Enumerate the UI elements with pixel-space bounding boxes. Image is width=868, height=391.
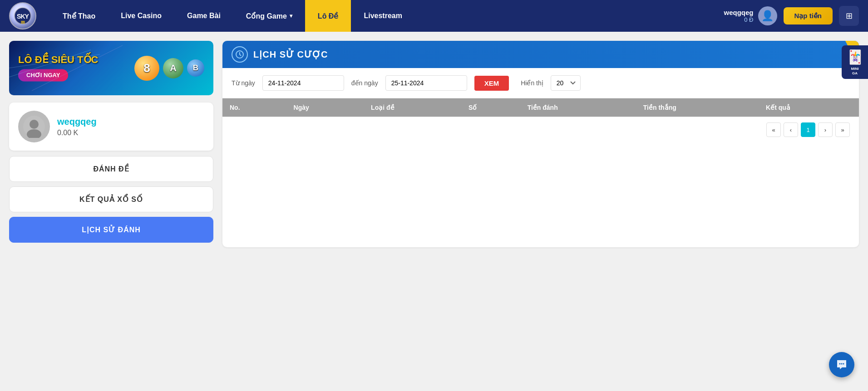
pagination: « ‹ 1 › »	[222, 117, 859, 142]
nav-item-the-thao[interactable]: Thể Thao	[50, 0, 108, 32]
avatar-big	[18, 111, 50, 142]
tu-ngay-label: Từ ngày	[232, 79, 255, 87]
lich-su-danh-button[interactable]: LỊCH SỬ ĐÁNH	[9, 217, 213, 243]
table-header: No. Ngày Loại đề Số Tiền đánh Tiền thắng…	[222, 98, 859, 117]
col-loai-de: Loại đề	[364, 98, 461, 117]
pagination-prev[interactable]: ‹	[784, 122, 798, 137]
nap-tien-button[interactable]: Nạp tiền	[784, 7, 833, 24]
user-card: weqgqeg 0.00 K	[9, 103, 213, 151]
menu-icon-button[interactable]: ⊞	[839, 6, 859, 26]
nav-item-lo-de[interactable]: Lô Đề	[305, 0, 351, 32]
nav-item-game-bai[interactable]: Game Bài	[174, 0, 233, 32]
svg-text:88: 88	[21, 20, 25, 24]
banner-title: LÔ ĐỀ SIÊU TỐC	[18, 54, 98, 65]
ball-8: 8	[134, 56, 159, 81]
header: SKY 88 Thể Thao Live Casino Game Bài Cổn…	[0, 0, 868, 32]
col-tien-danh: Tiền đánh	[520, 98, 636, 117]
header-balance: 0 Đ	[724, 16, 753, 23]
pagination-first[interactable]: «	[766, 122, 781, 137]
col-so: Số	[461, 98, 520, 117]
hien-thi-label: Hiển thị	[521, 79, 543, 87]
user-info[interactable]: weqgqeg 0 Đ 👤	[724, 6, 777, 25]
ball-green: A	[163, 58, 183, 78]
ket-qua-xo-so-button[interactable]: KẾT QUẢ XỔ SỐ	[9, 186, 213, 212]
history-table: No. Ngày Loại đề Số Tiền đánh Tiền thắng…	[222, 98, 859, 117]
main-content: LÔ ĐỀ SIÊU TỐC CHƠI NGAY 8 A B	[0, 32, 868, 256]
right-panel: LỊCH SỬ CƯỢC Từ ngày đến ngày XEM Hiển t…	[222, 41, 859, 247]
user-text: weqgqeg 0 Đ	[724, 9, 753, 23]
ball-blue: B	[187, 59, 204, 77]
col-ket-qua: Kết quả	[759, 98, 859, 117]
xem-button[interactable]: XEM	[474, 76, 509, 91]
pagination-current[interactable]: 1	[801, 122, 815, 137]
user-card-info: weqgqeg 0.00 K	[57, 117, 97, 137]
right-promo-strip[interactable]: 🃏 MINIGA	[842, 45, 868, 79]
header-right: weqgqeg 0 Đ 👤 Nạp tiền ⊞	[724, 6, 859, 26]
avatar: 👤	[758, 6, 777, 25]
header-username: weqgqeg	[724, 9, 753, 16]
promo-text: MINIGA	[851, 67, 859, 75]
logo-area[interactable]: SKY 88	[9, 2, 36, 29]
nav-item-livestream[interactable]: Livestream	[351, 0, 415, 32]
svg-point-7	[30, 120, 39, 129]
banner-text: LÔ ĐỀ SIÊU TỐC CHƠI NGAY	[18, 54, 98, 81]
pagination-next[interactable]: ›	[818, 122, 833, 137]
nav-item-cong-game[interactable]: Cổng Game ▾	[233, 0, 305, 32]
user-card-name: weqgqeg	[57, 117, 97, 127]
panel-header: LỊCH SỬ CƯỢC	[222, 41, 859, 68]
grid-icon: ⊞	[846, 11, 853, 21]
logo-icon: SKY 88	[9, 2, 36, 29]
den-ngay-input[interactable]	[385, 75, 467, 91]
user-card-balance: 0.00 K	[57, 129, 97, 137]
danh-de-button[interactable]: ĐÁNH ĐỀ	[9, 156, 213, 182]
banner-play-button[interactable]: CHƠI NGAY	[18, 69, 68, 82]
panel-title: LỊCH SỬ CƯỢC	[253, 49, 328, 60]
history-icon	[232, 46, 248, 63]
banner[interactable]: LÔ ĐỀ SIÊU TỐC CHƠI NGAY 8 A B	[9, 41, 213, 95]
filter-bar: Từ ngày đến ngày XEM Hiển thị 20 50 100	[222, 68, 859, 98]
hien-thi-select[interactable]: 20 50 100	[551, 75, 581, 91]
nav-menu: Thể Thao Live Casino Game Bài Cổng Game …	[50, 0, 724, 32]
promo-card-icon: 🃏	[847, 49, 863, 65]
col-ngay: Ngày	[286, 98, 364, 117]
sidebar: LÔ ĐỀ SIÊU TỐC CHƠI NGAY 8 A B	[9, 41, 213, 247]
svg-text:SKY: SKY	[17, 13, 29, 20]
col-no: No.	[222, 98, 286, 117]
pagination-last[interactable]: »	[835, 122, 850, 137]
chevron-down-icon: ▾	[290, 13, 292, 19]
banner-balls: 8 A B	[134, 56, 204, 81]
nav-item-live-casino[interactable]: Live Casino	[108, 0, 174, 32]
tu-ngay-input[interactable]	[262, 75, 344, 91]
den-ngay-label: đến ngày	[351, 79, 378, 87]
col-tien-thang: Tiền thắng	[636, 98, 759, 117]
